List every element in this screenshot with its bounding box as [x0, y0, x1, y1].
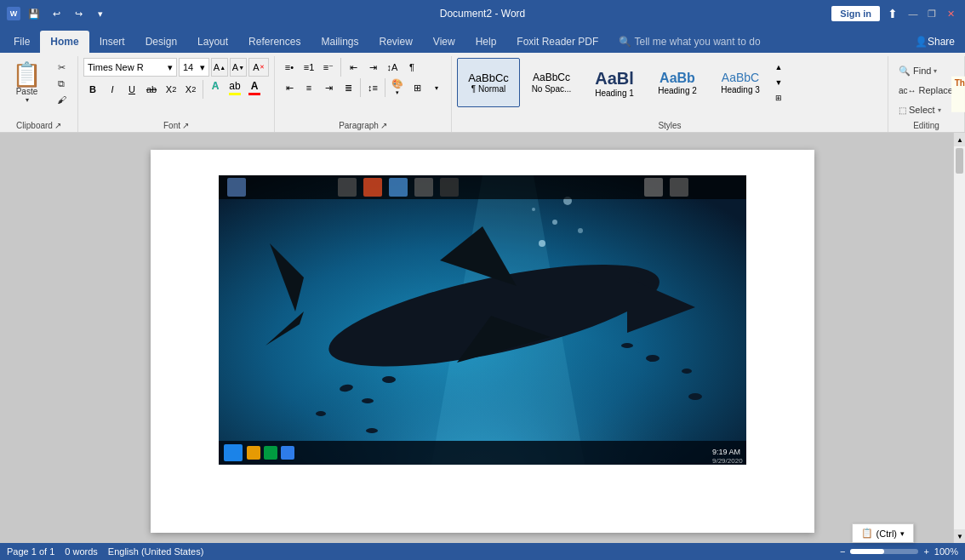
decrease-indent-button[interactable]: ⇤ — [344, 58, 363, 77]
bold-button[interactable]: B — [83, 80, 102, 99]
shading-button[interactable]: 🎨 ▾ — [388, 78, 407, 97]
select-icon: ⬚ — [899, 106, 906, 115]
strikethrough-button[interactable]: ab — [142, 80, 161, 99]
qat-save-button[interactable]: 💾 — [26, 5, 43, 22]
replace-button[interactable]: ac↔ Replace — [894, 81, 959, 100]
svg-rect-29 — [440, 178, 459, 197]
paste-notification[interactable]: 📋 (Ctrl) ▾ — [852, 523, 914, 543]
ribbon-toggle-button[interactable]: ⬆ — [883, 4, 902, 23]
para-sep3 — [385, 78, 385, 97]
scroll-down-button[interactable]: ▼ — [954, 529, 965, 543]
tab-help[interactable]: Help — [465, 31, 507, 53]
clear-formatting-button[interactable]: A✕ — [248, 58, 269, 77]
tab-mailings[interactable]: Mailings — [311, 31, 368, 53]
styles-scroll-up[interactable]: ▲ — [772, 60, 785, 75]
svg-rect-34 — [247, 446, 260, 460]
font-size-selector[interactable]: 14 ▾ — [179, 58, 209, 77]
bullets-button[interactable]: ≡• — [280, 58, 299, 77]
restore-button[interactable]: ❐ — [924, 6, 939, 21]
paste-icon: 📋 — [12, 63, 42, 87]
underline-button[interactable]: U — [123, 80, 141, 99]
paragraph-group: ≡• ≡1 ≡⁻ ⇤ ⇥ ↕A ¶ ⇤ ≡ ⇥ ≣ ↕≡ 🎨 ▾ — [275, 56, 452, 132]
show-paragraph-button[interactable]: ¶ — [403, 58, 421, 77]
font-color-button[interactable]: A — [245, 80, 264, 99]
svg-rect-24 — [227, 178, 246, 197]
align-right-button[interactable]: ⇥ — [319, 78, 338, 97]
highlight-color-button[interactable]: ab — [226, 80, 244, 99]
styles-scroll-down[interactable]: ▼ — [772, 75, 785, 90]
vertical-scrollbar[interactable]: ▲ ▼ — [953, 133, 965, 543]
qat-undo-button[interactable]: ↩ — [48, 5, 65, 22]
clipboard-group-content: 📋 Paste ▾ ✂ ⧉ 🖌 — [5, 58, 72, 118]
word-count: 0 words — [65, 546, 98, 557]
minimize-button[interactable]: — — [905, 6, 921, 21]
copy-button[interactable]: ⧉ — [50, 76, 72, 91]
subscript-button[interactable]: X2 — [162, 80, 180, 99]
paste-button[interactable]: 📋 Paste ▾ — [5, 58, 49, 109]
numbering-button[interactable]: ≡1 — [300, 58, 318, 77]
svg-point-11 — [532, 208, 535, 211]
font-expand-icon[interactable]: ↗ — [182, 121, 189, 130]
zoom-out-button[interactable]: − — [840, 546, 845, 557]
align-left-button[interactable]: ⇤ — [280, 78, 299, 97]
qat-dropdown-button[interactable]: ▾ — [92, 5, 109, 22]
font-grow-button[interactable]: A▲ — [211, 58, 228, 77]
paste-ctrl-label: (Ctrl) — [876, 529, 897, 539]
tab-file[interactable]: File — [3, 31, 40, 53]
scroll-thumb[interactable] — [956, 148, 963, 174]
tab-layout[interactable]: Layout — [187, 31, 238, 53]
tab-view[interactable]: View — [423, 31, 465, 53]
style-heading3[interactable]: AaBbC Heading 3 — [709, 58, 772, 107]
editing-group: 🔍 Find ▾ ac↔ Replace ⬚ Select ▾ Editing … — [888, 56, 965, 132]
increase-indent-button[interactable]: ⇥ — [363, 58, 382, 77]
borders-dropdown-button[interactable]: ▾ — [427, 78, 446, 97]
svg-rect-33 — [224, 444, 243, 461]
para-sep2 — [360, 78, 361, 97]
tab-tell-me[interactable]: 🔍 Tell me what you want to do — [608, 31, 770, 53]
sign-in-button[interactable]: Sign in — [831, 6, 880, 21]
select-button[interactable]: ⬚ Select ▾ — [894, 100, 959, 119]
multilevel-list-button[interactable]: ≡⁻ — [319, 58, 338, 77]
sort-button[interactable]: ↕A — [383, 58, 402, 77]
tab-insert[interactable]: Insert — [89, 31, 135, 53]
borders-button[interactable]: ⊞ — [408, 78, 426, 97]
format-painter-button[interactable]: 🖌 — [50, 92, 72, 107]
close-button[interactable]: ✕ — [943, 6, 958, 21]
font-name-selector[interactable]: Times New R ▾ — [83, 58, 177, 77]
svg-point-17 — [316, 411, 326, 416]
zoom-slider[interactable] — [850, 549, 918, 554]
styles-expand[interactable]: ⊞ — [772, 90, 785, 106]
style-heading1[interactable]: AaBl Heading 1 — [583, 58, 646, 107]
style-heading2[interactable]: AaBb Heading 2 — [646, 58, 709, 107]
document-area[interactable]: 9:19 AM 9/29/2020 — [0, 133, 965, 543]
paste-notification-dropdown[interactable]: ▾ — [900, 529, 905, 538]
tab-foxit[interactable]: Foxit Reader PDF — [506, 31, 608, 53]
find-button[interactable]: 🔍 Find ▾ — [894, 61, 959, 80]
superscript-button[interactable]: X2 — [181, 80, 200, 99]
tab-design[interactable]: Design — [135, 31, 187, 53]
scroll-up-button[interactable]: ▲ — [954, 133, 965, 146]
text-effects-button[interactable]: A — [206, 80, 225, 99]
tab-references[interactable]: References — [238, 31, 311, 53]
font-shrink-button[interactable]: A▼ — [230, 58, 247, 77]
clipboard-expand-icon[interactable]: ↗ — [54, 121, 61, 130]
qat-redo-button[interactable]: ↪ — [70, 5, 87, 22]
font-selector: Times New R ▾ 14 ▾ A▲ A▼ A✕ B I U ab — [83, 58, 269, 99]
svg-rect-26 — [363, 178, 382, 197]
style-normal[interactable]: AaBbCc ¶ Normal — [457, 58, 520, 107]
zoom-in-button[interactable]: + — [923, 546, 928, 557]
style-heading2-label: Heading 2 — [658, 86, 697, 95]
style-no-spacing[interactable]: AaBbCc No Spac... — [520, 58, 583, 107]
find-icon: 🔍 — [899, 66, 911, 77]
cut-button[interactable]: ✂ — [50, 60, 72, 75]
tab-home[interactable]: Home — [40, 31, 89, 53]
line-spacing-button[interactable]: ↕≡ — [363, 78, 382, 97]
italic-button[interactable]: I — [103, 80, 122, 99]
share-button[interactable]: 👤 Share — [905, 31, 965, 53]
justify-button[interactable]: ≣ — [339, 78, 357, 97]
paragraph-expand-icon[interactable]: ↗ — [380, 121, 387, 130]
svg-point-19 — [646, 355, 660, 362]
svg-rect-36 — [281, 446, 294, 460]
tab-review[interactable]: Review — [368, 31, 422, 53]
align-center-button[interactable]: ≡ — [300, 78, 318, 97]
